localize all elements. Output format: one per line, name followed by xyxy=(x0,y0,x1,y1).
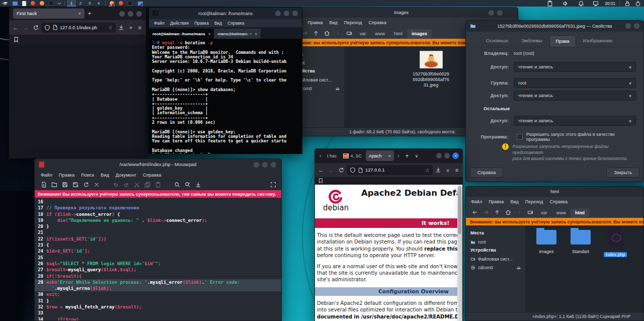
crumb-scroll-icon[interactable]: ‹ xyxy=(333,29,343,38)
taskbar-terminal-icon[interactable] xyxy=(127,1,133,7)
menu-item-4[interactable]: Справка xyxy=(369,20,386,25)
menu-item-2[interactable]: Правка xyxy=(194,21,209,26)
breadcrumb-2[interactable]: html xyxy=(571,208,589,217)
close-button[interactable]: × xyxy=(452,152,459,159)
title-bar[interactable]: 15276b3f09e0029592db899056af7631.jpeg — … xyxy=(466,21,643,32)
bookmark-ribbon-icon[interactable] xyxy=(318,178,324,184)
back-button[interactable]: ← xyxy=(11,25,20,31)
apache-default-page[interactable]: debian Apache2 Debian Default Page It wo… xyxy=(315,185,457,321)
forward-button[interactable]: → xyxy=(21,25,30,31)
menu-item-4[interactable]: Справка xyxy=(550,199,568,204)
menu-item-1[interactable]: Правка xyxy=(307,20,323,25)
clipboard-tray-icon[interactable] xyxy=(546,1,553,7)
home-icon[interactable] xyxy=(503,208,513,217)
open-file-icon[interactable] xyxy=(51,181,57,190)
find-replace-icon[interactable] xyxy=(185,181,191,190)
tab-close-icon[interactable]: × xyxy=(78,11,81,16)
bookmark-star-icon[interactable]: ☆ xyxy=(425,168,430,173)
copy-icon[interactable] xyxy=(144,181,150,190)
maximize-button[interactable] xyxy=(284,11,289,16)
bookmark-ribbon-icon[interactable] xyxy=(13,37,19,43)
home-icon[interactable] xyxy=(322,29,332,38)
forward-icon[interactable] xyxy=(481,208,491,217)
back-icon[interactable] xyxy=(470,208,480,217)
menu-item-4[interactable]: Справка xyxy=(227,21,244,26)
minimize-button[interactable] xyxy=(436,153,442,158)
others-access-dropdown[interactable]: чтение и запись▾ xyxy=(514,116,636,126)
forward-button[interactable]: → xyxy=(327,167,336,173)
tab-general[interactable]: Основные xyxy=(480,35,514,47)
breadcrumb-0[interactable]: var xyxy=(355,29,371,38)
file-view[interactable]: images Standart index.php xyxy=(525,226,643,312)
browser-tab-first-hack[interactable]: First hack × xyxy=(13,9,85,19)
browser-content[interactable] xyxy=(9,45,146,158)
title-bar[interactable]: html xyxy=(466,187,643,197)
shield-icon[interactable] xyxy=(44,25,50,31)
goto-line-icon[interactable] xyxy=(195,181,201,190)
workspace-button-0[interactable]: 1 xyxy=(67,0,76,7)
terminal-output[interactable]: └─# mysql -u buratino -pEnter password: … xyxy=(149,39,302,153)
filesystem-crumb-icon[interactable] xyxy=(344,29,354,38)
tab-close-icon[interactable]: × xyxy=(208,32,211,36)
breadcrumb-0[interactable]: var xyxy=(536,208,552,217)
reload-button[interactable] xyxy=(31,25,40,31)
menu-item-2[interactable]: Поиск xyxy=(81,173,94,178)
file-item-jpeg[interactable]: 15276b3f09e0029 592db899056af76 31.jpeg xyxy=(404,51,459,88)
page-info-icon[interactable] xyxy=(358,168,363,173)
menu-item-4[interactable]: Документ xyxy=(116,173,136,178)
taskbar-firefox-icon[interactable]: 2 xyxy=(109,1,115,7)
browser-tab-apache[interactable]: Apach × xyxy=(366,150,394,161)
find-icon[interactable] xyxy=(174,181,180,190)
bookmark-star-icon[interactable]: ☆ xyxy=(108,25,113,30)
menu-item-3[interactable]: Переход xyxy=(525,199,543,204)
redo-icon[interactable] xyxy=(123,181,129,190)
fullscreen-icon[interactable] xyxy=(270,181,276,190)
text-editor-launcher-icon[interactable] xyxy=(21,1,27,7)
save-icon[interactable] xyxy=(62,181,68,190)
help-button[interactable]: Справка xyxy=(470,168,503,178)
workspace-button-3[interactable]: 4 xyxy=(94,0,103,7)
sidebar-item-filesystem[interactable]: Файловая сист... xyxy=(470,255,525,263)
taskbar-files-icon[interactable]: 2 xyxy=(137,1,143,7)
menu-item-2[interactable]: Вид xyxy=(511,199,519,204)
terminal-tab-mans[interactable]: mans@kaliman: ~× xyxy=(214,29,261,39)
breadcrumb-2[interactable]: html xyxy=(389,29,407,38)
file-manager-launcher-icon[interactable] xyxy=(12,1,18,7)
minimize-button[interactable] xyxy=(489,10,494,16)
lock-screen-icon[interactable] xyxy=(624,1,630,7)
close-file-icon[interactable] xyxy=(94,181,100,190)
title-bar[interactable]: /var/www/html/index.php - Mousepad xyxy=(35,159,281,170)
sidebar-item-root[interactable]: root xyxy=(470,237,525,246)
title-bar[interactable]: root@kaliman: /home/mans xyxy=(149,8,302,19)
maximize-button[interactable] xyxy=(262,162,268,168)
crumb-scroll-icon[interactable]: ‹ xyxy=(514,208,524,217)
tab-list-icon[interactable]: ∨ xyxy=(413,153,421,158)
menu-item-1[interactable]: Правка xyxy=(59,173,74,178)
launcher-expand-icon[interactable] xyxy=(56,1,62,7)
tab-close-icon[interactable]: × xyxy=(255,32,257,36)
paste-icon[interactable] xyxy=(155,181,161,190)
tab-scroll-left-icon[interactable]: ‹ xyxy=(317,153,324,158)
workspace-button-2[interactable]: 3 xyxy=(85,0,94,7)
close-button[interactable] xyxy=(497,10,503,16)
folder-item-images[interactable]: images xyxy=(532,230,560,254)
notifications-icon[interactable] xyxy=(578,1,584,7)
close-button[interactable] xyxy=(292,11,298,16)
folder-item-standart[interactable]: Standart xyxy=(567,230,595,254)
browser-tab-partial[interactable]: t hac xyxy=(325,151,339,161)
up-icon[interactable] xyxy=(311,29,321,38)
cut-icon[interactable] xyxy=(134,181,140,190)
shield-icon[interactable] xyxy=(350,167,356,173)
display-tray-icon[interactable] xyxy=(592,1,599,7)
terminal-launcher-icon[interactable] xyxy=(48,1,54,7)
group-dropdown[interactable]: root▾ xyxy=(514,78,636,88)
volume-icon[interactable] xyxy=(562,1,569,7)
eject-icon[interactable] xyxy=(516,265,521,270)
new-tab-button[interactable]: + xyxy=(85,10,95,17)
close-button[interactable] xyxy=(634,23,639,29)
firefox-launcher-icon[interactable] xyxy=(39,1,45,7)
menu-item-1[interactable]: Действия xyxy=(170,21,189,26)
breadcrumb-3[interactable]: images xyxy=(407,29,432,38)
menu-item-1[interactable]: Правка xyxy=(489,199,504,204)
tab-close-icon[interactable]: × xyxy=(388,153,391,158)
